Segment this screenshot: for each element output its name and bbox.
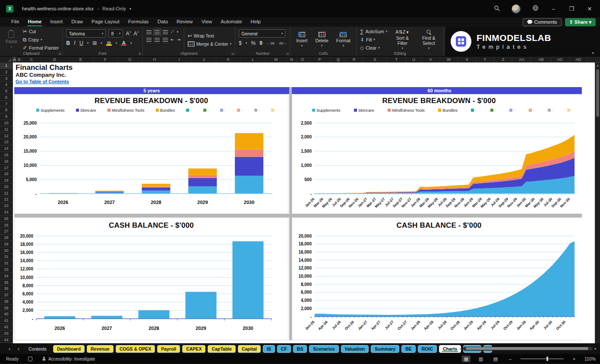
page-layout-view-button[interactable]: ▥ [477, 355, 485, 362]
hscroll-right-icon[interactable]: ▸ [594, 346, 597, 351]
borders-button[interactable]: ⊞ [92, 40, 97, 46]
restore-button[interactable]: ❐ [568, 6, 575, 12]
row-header-32[interactable]: 32 [0, 260, 13, 267]
align-right-icon[interactable] [163, 38, 168, 42]
column-header-L[interactable]: L [241, 56, 265, 62]
sheet-tab-capex[interactable]: CAPEX [182, 345, 205, 353]
orientation-button[interactable]: ⟋ [171, 29, 174, 35]
ribbon-collapse-icon[interactable]: ▾ [592, 51, 594, 55]
row-header-28[interactable]: 28 [0, 235, 13, 241]
sheet-tab-payroll[interactable]: Payroll [157, 345, 180, 353]
table-of-contents-link[interactable]: Go to Table of Contents [16, 79, 69, 84]
row-header-12[interactable]: 12 [0, 133, 13, 139]
menu-item-view[interactable]: View [197, 18, 217, 26]
column-headers[interactable]: ABCDEFGHIJKLMNOPQRSTUVWXYZAAABACAD [0, 56, 600, 63]
sheet-tab-bs[interactable]: BS [293, 345, 307, 353]
row-headers[interactable]: 1234567891011121314151617181920212223242… [0, 63, 13, 343]
paste-button[interactable]: Paste▾ [3, 29, 19, 50]
row-header-25[interactable]: 25 [0, 216, 13, 222]
column-header-P[interactable]: P [309, 56, 331, 62]
row-header-31[interactable]: 31 [0, 254, 13, 260]
column-header-I[interactable]: I [167, 56, 192, 62]
wrap-text-button[interactable]: ↩Wrap Text [188, 33, 232, 39]
row-header-8[interactable]: 8 [0, 107, 13, 113]
sheet-tab-valuation[interactable]: Valuation [341, 345, 369, 353]
sheet-tab-cf[interactable]: CF [277, 345, 291, 353]
row-header-14[interactable]: 14 [0, 145, 13, 152]
sheet-tab-captable[interactable]: CapTable [208, 345, 235, 353]
column-header-T[interactable]: T [387, 56, 406, 62]
insert-cells-button[interactable]: Insert▾ [294, 29, 309, 50]
search-icon[interactable] [493, 5, 500, 13]
column-header-E[interactable]: E [69, 56, 93, 62]
column-header-AB[interactable]: AB [531, 56, 551, 62]
row-header-11[interactable]: 11 [0, 126, 13, 133]
column-header-C[interactable]: C [22, 56, 41, 62]
delete-cells-button[interactable]: Delete▾ [313, 29, 330, 50]
row-header-26[interactable]: 26 [0, 222, 13, 229]
comments-button[interactable]: 💬 Comments [523, 18, 562, 26]
menu-item-insert[interactable]: Insert [46, 18, 67, 26]
sheet-tab-charts[interactable]: Charts [439, 345, 461, 353]
sheet-tab-capital[interactable]: Capital [238, 345, 261, 353]
row-header-2[interactable]: 2 [0, 69, 13, 75]
column-header-A[interactable]: A [13, 56, 16, 62]
tab-scroll-right-icon[interactable]: › [15, 346, 22, 352]
row-header-9[interactable]: 9 [0, 113, 13, 120]
row-header-18[interactable]: 18 [0, 171, 13, 177]
vertical-scroll-thumb[interactable] [596, 69, 599, 117]
row-header-24[interactable]: 24 [0, 209, 13, 216]
row-header-3[interactable]: 3 [0, 75, 13, 82]
font-family-select[interactable]: Tahoma▾ [66, 29, 106, 38]
sort-filter-button[interactable]: A⇅Z▼ Sort & Filter▾ [391, 29, 414, 50]
clear-button[interactable]: ◇Clear▾ [360, 45, 387, 51]
row-header-37[interactable]: 37 [0, 292, 13, 298]
column-header-X[interactable]: X [458, 56, 476, 62]
fill-button[interactable]: ⬇Fill▾ [360, 37, 387, 43]
find-select-button[interactable]: Find & Select▾ [417, 29, 440, 50]
shrink-font-button[interactable]: A˅ [133, 31, 139, 37]
row-header-30[interactable]: 30 [0, 248, 13, 254]
row-header-20[interactable]: 20 [0, 184, 13, 190]
minimize-button[interactable]: – [550, 6, 557, 12]
zoom-level[interactable]: 110% [584, 356, 596, 361]
row-header-35[interactable]: 35 [0, 279, 13, 286]
align-left-icon[interactable] [146, 38, 152, 42]
row-header-34[interactable]: 34 [0, 273, 13, 279]
select-all-corner[interactable] [0, 56, 13, 63]
column-header-G[interactable]: G [118, 56, 142, 62]
column-header-N[interactable]: N [287, 56, 297, 62]
row-header-6[interactable]: 6 [0, 94, 13, 101]
row-header-5[interactable]: 5 [0, 88, 13, 94]
row-header-13[interactable]: 13 [0, 139, 13, 145]
sheet-tab-summary[interactable]: Summary [371, 345, 399, 353]
number-format-select[interactable]: General▾ [239, 29, 285, 38]
merge-center-button[interactable]: Merge & Center▾ [188, 41, 232, 47]
sheet-tab-dashboard[interactable]: Dashboard [53, 345, 85, 353]
column-header-Y[interactable]: Y [476, 56, 494, 62]
hscroll-left-icon[interactable]: ◂ [459, 346, 461, 351]
column-header-AA[interactable]: AA [512, 56, 531, 62]
chart-cash-balance-5y[interactable]: CASH BALANCE - $'000 20,00018,00016,0001… [14, 217, 288, 340]
chart-revenue-breakdown-60m[interactable]: REVENUE BREAKDOWN - $'000 SupplementsSki… [292, 94, 582, 214]
vertical-scrollbar[interactable]: ▲ [595, 63, 600, 343]
alignment-dialog-launcher[interactable]: ⇲ [231, 52, 234, 56]
horizontal-scrollbar[interactable]: ◂ ▸ [459, 345, 597, 351]
column-header-Q[interactable]: Q [331, 56, 346, 62]
column-header-V[interactable]: V [422, 56, 440, 62]
row-header-16[interactable]: 16 [0, 158, 13, 165]
row-header-38[interactable]: 38 [0, 298, 13, 305]
row-header-22[interactable]: 22 [0, 196, 13, 203]
menu-item-file[interactable]: File [7, 18, 24, 26]
zoom-out-button[interactable]: – [506, 355, 515, 362]
chart-revenue-breakdown-5y[interactable]: REVENUE BREAKDOWN - $'000 SupplementsSki… [14, 94, 288, 214]
chart-cash-balance-60m[interactable]: CASH BALANCE - $'000 20,00018,00016,0001… [292, 217, 582, 340]
close-button[interactable]: ✕ [586, 6, 593, 12]
font-color-button[interactable]: A [121, 40, 126, 46]
row-header-7[interactable]: 7 [0, 101, 13, 107]
copy-button[interactable]: ⧉Copy▾ [23, 37, 59, 43]
row-header-27[interactable]: 27 [0, 228, 13, 235]
column-header-Z[interactable]: Z [494, 56, 512, 62]
menu-item-help[interactable]: Help [246, 18, 265, 26]
page-break-view-button[interactable]: ▤ [491, 355, 500, 362]
